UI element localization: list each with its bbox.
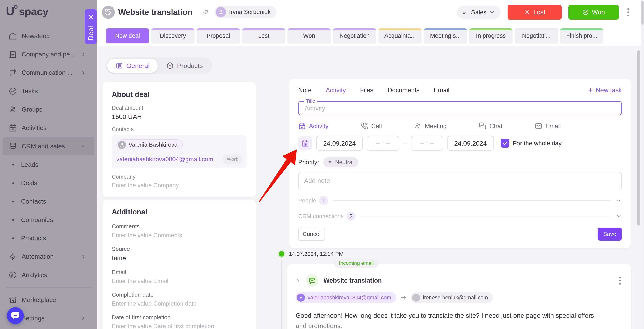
pipeline-select[interactable]: Sales [457,5,501,19]
stage-new-deal[interactable]: New deal [106,28,149,43]
stage-lost[interactable]: Lost [242,28,285,43]
panel-scrollbar-thumb[interactable] [638,50,640,226]
divider [333,200,611,201]
time-separator: – [403,140,407,147]
tab-files[interactable]: Files [360,86,373,94]
tab-documents[interactable]: Documents [388,86,420,94]
contact-chip[interactable]: Valeriia Bashkirova [116,139,183,150]
date-time-row: – For the whole day [298,136,622,151]
filter-icon [462,9,468,15]
cancel-button[interactable]: Cancel [298,228,325,241]
start-date-input[interactable] [316,136,363,151]
owner-chip[interactable]: Iryna Serbeniuk [214,6,276,18]
deal-amount-value[interactable]: 1500 UAH [112,113,247,120]
source-value[interactable]: Інше [112,255,247,262]
view-tabs: General Products [106,57,212,74]
arrow-right-icon [400,294,407,301]
email-subject: Website translation [324,277,382,284]
tab-general[interactable]: General [107,59,158,73]
company-placeholder[interactable]: Enter the value Company [112,182,247,189]
handshake-icon [104,8,112,16]
contact-name: Valeriia Bashkirova [128,142,178,148]
type-meeting[interactable]: Meeting [414,122,446,130]
crm-count-badge: 2 [347,212,356,221]
note-field-wrap [298,172,622,189]
email-placeholder[interactable]: Enter the value Email [112,278,247,285]
browser-scrollbar-thumb[interactable] [641,1,644,24]
deal-panel: Website translation Iryna Serbeniuk Sale… [97,0,644,329]
expand-chevron-icon[interactable] [296,278,301,283]
stage-negotiation-2[interactable]: Negotiati... [515,28,558,43]
people-select[interactable]: People 1 [298,196,622,205]
stage-meeting[interactable]: Meeting s... [424,28,467,43]
timeline-dot [279,251,284,257]
person-icon [120,142,124,147]
crm-connections-select[interactable]: CRM connections 2 [298,212,622,221]
header-kebab-menu[interactable] [626,5,630,19]
stage-proposal[interactable]: Proposal [197,28,240,43]
comments-label: Comments [112,223,247,230]
priority-label: Priority: [298,159,319,166]
add-note-input[interactable] [298,172,622,189]
type-activity[interactable]: Activity [298,122,328,130]
stage-negotiation[interactable]: Negotiation [333,28,376,43]
stage-discovery[interactable]: Discovery [152,28,194,43]
email-kebab-menu[interactable] [618,274,622,287]
whole-day-checkbox[interactable] [501,139,510,148]
start-time-input[interactable] [367,136,399,151]
stage-in-progress[interactable]: In progress [470,28,512,43]
type-chat[interactable]: Chat [479,122,502,130]
tab-email[interactable]: Email [434,86,450,94]
stage-finish[interactable]: Finish pro... [560,28,603,43]
completion-date-placeholder[interactable]: Enter the value Completion date [112,300,247,307]
email-card: Website translation v valeriabashkirova0… [287,264,631,329]
chevron-down-icon [616,197,622,204]
calendar-check-icon [298,122,306,130]
tab-activity[interactable]: Activity [326,86,346,94]
save-button[interactable]: Save [598,228,622,241]
comments-placeholder[interactable]: Enter the value Comments [112,232,247,239]
email-message: Good afternoon! How long does it take yo… [296,310,598,329]
x-icon [524,9,530,15]
deal-tab[interactable]: ✕ Deal [84,9,97,44]
activity-title-input[interactable] [298,101,622,115]
calendar-picker-button[interactable] [298,136,312,150]
incoming-email-badge: Incoming email [334,259,379,268]
lost-button[interactable]: Lost [508,5,562,19]
additional-title: Additional [112,208,247,216]
browser-scrollbar[interactable] [641,0,644,329]
timeline-timestamp: 14.07.2024, 12:14 PM [289,251,344,257]
avatar: i [412,294,420,302]
whole-day-toggle[interactable]: For the whole day [501,139,562,148]
tab-products[interactable]: Products [158,59,211,73]
chat-fab-button[interactable] [7,307,24,324]
email-addresses: v valeriabashkirova0804@gmail.com i iren… [296,292,622,303]
priority-select[interactable]: Neutral [323,157,358,167]
tab-note[interactable]: Note [298,86,312,94]
deal-avatar [102,6,115,19]
completion-date-label: Completion date [112,292,247,298]
end-time-input[interactable] [411,136,443,151]
contact-email-link[interactable]: valeriiabashkirova0804@gmail.com [116,156,213,163]
to-email-chip[interactable]: i ireneserbeniuk@gmail.com [411,292,493,303]
new-task-button[interactable]: New task [588,86,622,94]
to-email: ireneserbeniuk@gmail.com [423,295,488,301]
deal-tab-label: Deal [87,26,95,41]
type-email[interactable]: Email [535,122,561,130]
close-icon[interactable]: ✕ [88,13,94,21]
won-button[interactable]: Won [568,5,619,19]
type-call[interactable]: Call [360,122,382,130]
stage-won[interactable]: Won [288,28,330,43]
composer-actions: Cancel Save [298,228,622,241]
first-completion-placeholder[interactable]: Enter the value Date of first completion [112,323,247,329]
additional-card: Additional Comments Enter the value Comm… [102,200,256,329]
stage-acquaintance[interactable]: Acquainta... [378,28,422,43]
from-email-chip[interactable]: v valeriabashkirova0804@gmail.com [296,292,396,303]
chevron-down-icon [489,9,495,15]
envelope-icon [535,122,542,130]
link-icon[interactable] [202,9,209,16]
avatar [118,141,126,149]
about-deal-title: About deal [112,90,247,99]
end-date-input[interactable] [447,136,494,151]
avatar: v [297,294,305,302]
